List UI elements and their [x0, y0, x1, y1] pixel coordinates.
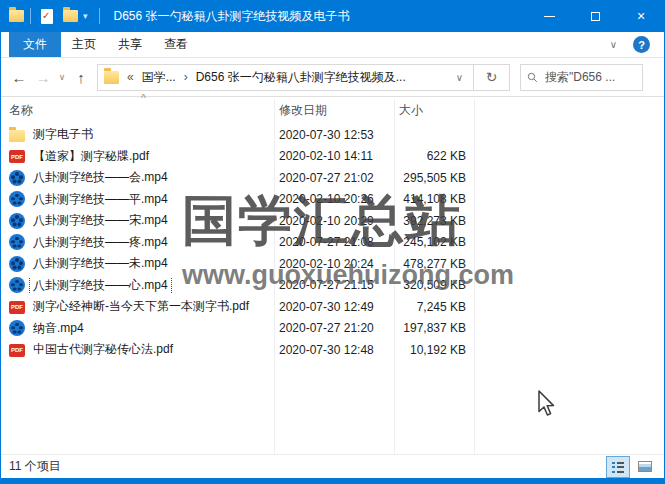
- file-name-cell: 八卦测字绝技——疼.mp4: [9, 234, 274, 251]
- file-row[interactable]: 测字心经神断-当今天下第一本测字书.pdf 2020-07-30 12:49 7…: [1, 296, 664, 318]
- thumbnail-view-button[interactable]: [634, 457, 656, 477]
- search-box: [520, 64, 643, 91]
- file-date: 2020-07-27 21:15: [274, 278, 394, 292]
- file-date: 2020-02-10 14:11: [274, 149, 394, 163]
- file-row[interactable]: 八卦测字绝技——疼.mp4 2020-07-27 21:08 245,102 K…: [1, 232, 664, 254]
- search-input[interactable]: [543, 69, 636, 85]
- file-name: 八卦测字绝技——宋.mp4: [30, 212, 171, 229]
- file-size: 10,192 KB: [394, 343, 466, 357]
- file-row[interactable]: 纳音.mp4 2020-07-27 21:20 197,837 KB: [1, 318, 664, 340]
- pdf-icon: [9, 150, 25, 163]
- file-name: 八卦测字绝技——平.mp4: [30, 191, 171, 208]
- titlebar-separator: [30, 8, 31, 24]
- details-view-icon: [612, 461, 624, 473]
- file-name: 八卦测字绝技——心.mp4: [30, 277, 171, 294]
- titlebar: ▾ D656 张一勺秘籍八卦测字绝技视频及电子书 ×: [1, 0, 664, 32]
- file-row[interactable]: 八卦测字绝技——未.mp4 2020-02-10 20:24 478,277 K…: [1, 253, 664, 275]
- file-name-cell: 八卦测字绝技——未.mp4: [9, 255, 274, 272]
- minimize-button[interactable]: [526, 0, 572, 32]
- tab-home[interactable]: 主页: [61, 32, 107, 57]
- recent-locations-chevron-icon[interactable]: ∨: [55, 65, 69, 89]
- file-size: 414,108 KB: [394, 192, 466, 206]
- column-header-name[interactable]: 名称 ^: [9, 102, 274, 119]
- pdf-icon: [9, 301, 25, 314]
- file-row[interactable]: 测字电子书 2020-07-30 12:53: [1, 124, 664, 146]
- folder-icon: [9, 130, 25, 142]
- file-name-cell: 测字电子书: [9, 126, 274, 143]
- close-icon: ×: [637, 9, 645, 23]
- file-size: 245,102 KB: [394, 235, 466, 249]
- window-controls: ×: [526, 0, 664, 32]
- address-box[interactable]: « 国学... › D656 张一勺秘籍八卦测字绝技视频及... ∨: [97, 64, 474, 91]
- file-size: 295,505 KB: [394, 171, 466, 185]
- column-separator[interactable]: [394, 99, 395, 454]
- column-separator[interactable]: [474, 99, 475, 454]
- back-button[interactable]: ←: [7, 65, 31, 89]
- explorer-window: ▾ D656 张一勺秘籍八卦测字绝技视频及电子书 × 文件 主页 共享 查看 ∨…: [0, 0, 665, 484]
- maximize-icon: [591, 12, 600, 21]
- column-separator[interactable]: [274, 99, 275, 454]
- mp4-icon: [9, 170, 25, 186]
- mp4-icon: [9, 277, 25, 293]
- tab-view[interactable]: 查看: [153, 32, 199, 57]
- file-name: 八卦测字绝技——疼.mp4: [30, 234, 171, 251]
- tab-share[interactable]: 共享: [107, 32, 153, 57]
- quick-access-chevron-down-icon[interactable]: ▾: [83, 12, 88, 21]
- titlebar-separator: [99, 8, 100, 24]
- up-button[interactable]: ↑: [69, 65, 93, 89]
- column-header-size[interactable]: 大小: [394, 102, 466, 119]
- refresh-button[interactable]: ↻: [474, 64, 510, 91]
- file-row[interactable]: 八卦测字绝技——心.mp4 2020-07-27 21:15 320,509 K…: [1, 275, 664, 297]
- column-header-date[interactable]: 修改日期: [274, 102, 394, 119]
- file-row[interactable]: 八卦测字绝技——平.mp4 2020-02-10 20:26 414,108 K…: [1, 189, 664, 211]
- file-name-cell: 纳音.mp4: [9, 320, 274, 337]
- breadcrumb-current[interactable]: D656 张一勺秘籍八卦测字绝技视频及...: [196, 69, 406, 86]
- details-view-button[interactable]: [607, 457, 629, 477]
- file-list: 测字电子书 2020-07-30 12:53 【道家】测字秘牒.pdf 2020…: [1, 124, 664, 361]
- file-row[interactable]: 八卦测字绝技——会.mp4 2020-07-27 21:02 295,505 K…: [1, 167, 664, 189]
- expand-ribbon-chevron-icon[interactable]: ∨: [610, 39, 617, 50]
- pdf-icon: [9, 344, 25, 357]
- forward-button[interactable]: →: [31, 65, 55, 89]
- tab-file[interactable]: 文件: [9, 32, 61, 57]
- mp4-icon: [9, 256, 25, 272]
- file-date: 2020-02-10 20:26: [274, 192, 394, 206]
- breadcrumb-overflow[interactable]: «: [125, 70, 136, 84]
- mp4-icon: [9, 213, 25, 229]
- window-folder-icon: [9, 10, 24, 22]
- file-row[interactable]: 中国古代测字秘传心法.pdf 2020-07-30 12:48 10,192 K…: [1, 339, 664, 361]
- file-size: 320,509 KB: [394, 278, 466, 292]
- ribbon-tab-bar: 文件 主页 共享 查看 ∨ ?: [1, 32, 664, 58]
- file-name: 测字心经神断-当今天下第一本测字书.pdf: [30, 298, 252, 315]
- close-button[interactable]: ×: [618, 0, 664, 32]
- column-headers: 名称 ^ 修改日期 大小: [1, 97, 664, 124]
- file-name: 中国古代测字秘传心法.pdf: [30, 341, 176, 358]
- new-folder-icon[interactable]: [63, 10, 78, 22]
- ribbon-right-controls: ∨ ?: [610, 32, 664, 57]
- file-name-cell: 测字心经神断-当今天下第一本测字书.pdf: [9, 298, 274, 315]
- file-name-cell: 八卦测字绝技——宋.mp4: [9, 212, 274, 229]
- search-icon: [527, 71, 538, 84]
- file-date: 2020-07-30 12:48: [274, 343, 394, 357]
- file-name: 【道家】测字秘牒.pdf: [30, 148, 152, 165]
- file-name-cell: 【道家】测字秘牒.pdf: [9, 148, 274, 165]
- address-dropdown-chevron-icon[interactable]: ∨: [452, 72, 467, 83]
- view-buttons: [607, 457, 656, 477]
- breadcrumb-parent[interactable]: 国学...: [142, 69, 176, 86]
- file-row[interactable]: 【道家】测字秘牒.pdf 2020-02-10 14:11 622 KB: [1, 146, 664, 168]
- help-icon[interactable]: ?: [633, 36, 650, 53]
- file-date: 2020-07-30 12:53: [274, 128, 394, 142]
- mp4-icon: [9, 320, 25, 336]
- thumbnail-view-icon: [638, 461, 652, 472]
- properties-icon[interactable]: [41, 9, 53, 24]
- file-name-cell: 八卦测字绝技——会.mp4: [9, 169, 274, 186]
- file-name-cell: 八卦测字绝技——平.mp4: [9, 191, 274, 208]
- file-date: 2020-02-10 20:29: [274, 214, 394, 228]
- mp4-icon: [9, 191, 25, 207]
- file-date: 2020-07-27 21:02: [274, 171, 394, 185]
- file-row[interactable]: 八卦测字绝技——宋.mp4 2020-02-10 20:29 392,273 K…: [1, 210, 664, 232]
- file-size: 622 KB: [394, 149, 466, 163]
- status-bar: 11 个项目: [1, 454, 664, 478]
- file-size: 392,273 KB: [394, 214, 466, 228]
- maximize-button[interactable]: [572, 0, 618, 32]
